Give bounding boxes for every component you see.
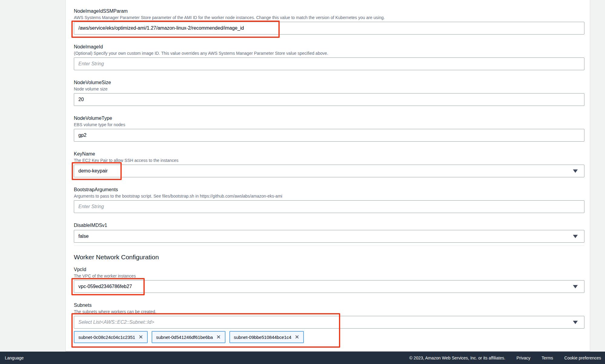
chevron-down-icon <box>573 169 578 173</box>
parameters-form-panel: NodeImageIdSSMParam AWS Systems Manager … <box>65 0 590 352</box>
field-key-name: KeyName The EC2 Key Pair to allow SSH ac… <box>74 151 584 177</box>
field-node-image-id: NodeImageId (Optional) Specify your own … <box>74 44 584 70</box>
field-label: BootstrapArguments <box>74 187 584 193</box>
field-label: NodeImageId <box>74 44 584 50</box>
field-label: NodeVolumeSize <box>74 80 584 86</box>
vpc-id-select-value: vpc-059ed2346786feb27 <box>78 284 132 289</box>
chevron-down-icon <box>573 235 578 238</box>
key-name-select-value: demo-keypair <box>78 168 108 174</box>
field-disable-imdsv1: DisableIMDSv1 false <box>74 222 584 243</box>
subnet-chip-label: subnet-0d541246df61be6ba <box>156 335 213 340</box>
chevron-down-icon <box>573 285 578 288</box>
subnet-chip-label: subnet-0c08c24c04c1c2351 <box>78 335 135 340</box>
subnet-chip: subnet-0c08c24c04c1c2351 ✕ <box>74 331 148 343</box>
subnet-chip: subnet-0d541246df61be6ba ✕ <box>152 331 225 343</box>
subnet-chip-label: subnet-09bbe510844bce1c4 <box>234 335 291 340</box>
field-description: Arguments to pass to the bootstrap scrip… <box>74 194 584 199</box>
field-node-volume-size: NodeVolumeSize Node volume size 20 <box>74 80 584 106</box>
bootstrap-arguments-input[interactable]: Enter String <box>74 200 584 213</box>
selected-subnet-chips: subnet-0c08c24c04c1c2351 ✕ subnet-0d5412… <box>74 331 584 343</box>
footer-language-button[interactable]: Language <box>5 356 24 360</box>
field-description: The subnets where workers can be created… <box>74 309 584 314</box>
vpc-id-select[interactable]: vpc-059ed2346786feb27 <box>74 280 584 293</box>
field-description: EBS volume type for nodes <box>74 122 584 127</box>
field-label: KeyName <box>74 151 584 157</box>
field-description: (Optional) Specify your own custom image… <box>74 51 584 56</box>
subnet-chip: subnet-09bbe510844bce1c4 ✕ <box>229 331 304 343</box>
field-label: Subnets <box>74 302 584 308</box>
field-bootstrap-arguments: BootstrapArguments Arguments to pass to … <box>74 187 584 213</box>
node-image-id-input[interactable]: Enter String <box>74 57 584 70</box>
field-vpc-id: VpcId The VPC of the worker instances vp… <box>74 267 584 293</box>
footer-link-privacy[interactable]: Privacy <box>517 356 531 360</box>
field-label: VpcId <box>74 267 584 273</box>
field-node-volume-type: NodeVolumeType EBS volume type for nodes… <box>74 115 584 142</box>
remove-chip-icon[interactable]: ✕ <box>216 334 221 340</box>
field-node-image-id-ssm-param: NodeImageIdSSMParam AWS Systems Manager … <box>74 8 584 34</box>
field-subnets: Subnets The subnets where workers can be… <box>74 302 584 343</box>
cloudformation-parameters-page: { "annotation_color": "#f43516", "chip_b… <box>0 0 605 364</box>
footer-link-terms[interactable]: Terms <box>541 356 553 360</box>
footer-right-group: © 2023, Amazon Web Services, Inc. or its… <box>409 356 601 360</box>
field-label: DisableIMDSv1 <box>74 222 584 228</box>
node-volume-size-input[interactable]: 20 <box>74 93 584 106</box>
field-description: Node volume size <box>74 87 584 92</box>
footer-copyright: © 2023, Amazon Web Services, Inc. or its… <box>409 356 505 360</box>
field-description: AWS Systems Manager Parameter Store para… <box>74 15 584 20</box>
footer-link-cookie-preferences[interactable]: Cookie preferences <box>564 356 601 360</box>
section-heading: Worker Network Configuration <box>74 253 590 261</box>
key-name-select[interactable]: demo-keypair <box>74 165 584 177</box>
chevron-down-icon <box>573 321 578 324</box>
field-description: The VPC of the worker instances <box>74 274 584 279</box>
field-label: NodeImageIdSSMParam <box>74 8 584 14</box>
disable-imdsv1-select-value: false <box>78 234 89 239</box>
footer: Language © 2023, Amazon Web Services, In… <box>0 352 605 364</box>
field-description: The EC2 Key Pair to allow SSH access to … <box>74 158 584 163</box>
node-volume-type-input[interactable]: gp2 <box>74 129 584 142</box>
disable-imdsv1-select[interactable]: false <box>74 230 584 243</box>
subnets-placeholder: Select List<AWS::EC2::Subnet::Id> <box>78 320 154 325</box>
remove-chip-icon[interactable]: ✕ <box>139 334 143 340</box>
node-image-id-ssm-param-input[interactable]: /aws/service/eks/optimized-ami/1.27/amaz… <box>74 22 584 34</box>
remove-chip-icon[interactable]: ✕ <box>295 334 299 340</box>
subnets-multiselect[interactable]: Select List<AWS::EC2::Subnet::Id> <box>74 316 584 329</box>
section-divider <box>74 245 584 246</box>
field-label: NodeVolumeType <box>74 115 584 121</box>
